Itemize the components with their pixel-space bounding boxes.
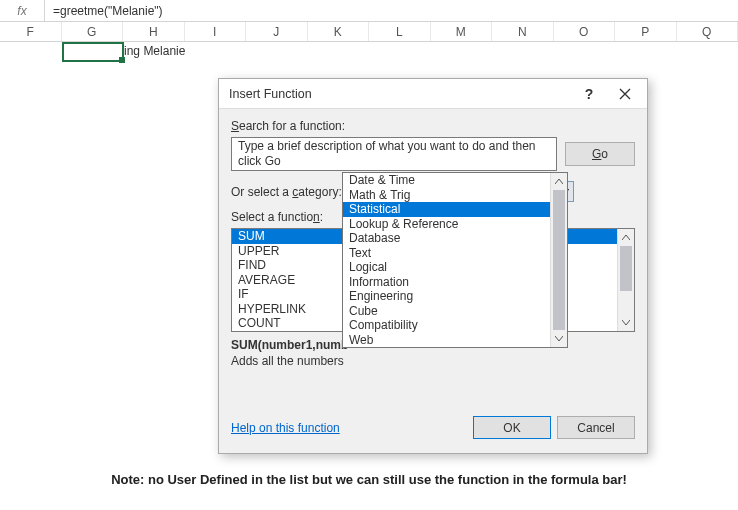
- column-headers: F G H I J K L M N O P Q: [0, 22, 738, 42]
- category-option[interactable]: Math & Trig: [343, 188, 567, 203]
- search-label: Search for a function:: [231, 119, 635, 133]
- scrollbar-track[interactable]: [551, 190, 567, 330]
- scroll-up-button[interactable]: [618, 229, 634, 246]
- scrollbar-thumb[interactable]: [620, 246, 632, 291]
- col-header[interactable]: G: [62, 22, 124, 41]
- formula-bar: fx: [0, 0, 738, 22]
- chevron-up-icon: [622, 235, 630, 241]
- col-header[interactable]: Q: [677, 22, 739, 41]
- scrollbar-thumb[interactable]: [553, 190, 565, 330]
- category-option[interactable]: Lookup & Reference: [343, 217, 567, 232]
- go-button[interactable]: Go: [565, 142, 635, 166]
- scroll-up-button[interactable]: [551, 173, 567, 190]
- dialog-title: Insert Function: [229, 87, 571, 101]
- help-link[interactable]: Help on this function: [231, 421, 467, 435]
- annotation-note: Note: no User Defined in the list but we…: [0, 472, 738, 487]
- chevron-up-icon: [555, 179, 563, 185]
- dialog-footer: Help on this function OK Cancel: [231, 416, 635, 441]
- category-option[interactable]: Engineering: [343, 289, 567, 304]
- col-header[interactable]: O: [554, 22, 616, 41]
- formula-input[interactable]: [45, 0, 738, 21]
- category-option[interactable]: Database: [343, 231, 567, 246]
- function-description: Adds all the numbers: [231, 354, 635, 368]
- col-header[interactable]: L: [369, 22, 431, 41]
- col-header[interactable]: M: [431, 22, 493, 41]
- chevron-down-icon: [622, 320, 630, 326]
- col-header[interactable]: P: [615, 22, 677, 41]
- search-input[interactable]: Type a brief description of what you wan…: [231, 137, 557, 171]
- dialog-body: Search for a function: Type a brief desc…: [219, 109, 647, 453]
- scrollbar-vertical[interactable]: [550, 173, 567, 347]
- dialog-titlebar[interactable]: Insert Function ?: [219, 79, 647, 109]
- col-header[interactable]: N: [492, 22, 554, 41]
- cell-row[interactable]: Good Morning Melanie: [0, 42, 738, 64]
- chevron-down-icon: [555, 336, 563, 342]
- scroll-down-button[interactable]: [551, 330, 567, 347]
- col-header[interactable]: F: [0, 22, 62, 41]
- help-button[interactable]: ?: [571, 80, 607, 108]
- spreadsheet-grid: F G H I J K L M N O P Q Good Morning Mel…: [0, 22, 738, 64]
- scrollbar-vertical[interactable]: [617, 229, 634, 331]
- scrollbar-track[interactable]: [618, 246, 634, 314]
- category-option[interactable]: Web: [343, 333, 567, 348]
- col-header[interactable]: I: [185, 22, 247, 41]
- category-option[interactable]: Date & Time: [343, 173, 567, 188]
- fx-label[interactable]: fx: [0, 0, 45, 21]
- close-button[interactable]: [607, 80, 643, 108]
- insert-function-dialog: Insert Function ? Search for a function:…: [218, 78, 648, 454]
- close-icon: [619, 88, 631, 100]
- category-option[interactable]: Text: [343, 246, 567, 261]
- category-label: Or select a category:: [231, 185, 342, 199]
- ok-button[interactable]: OK: [473, 416, 551, 439]
- col-header[interactable]: H: [123, 22, 185, 41]
- scroll-down-button[interactable]: [618, 314, 634, 331]
- category-dropdown[interactable]: Date & TimeMath & TrigStatisticalLookup …: [342, 172, 568, 348]
- cancel-button[interactable]: Cancel: [557, 416, 635, 439]
- fill-handle[interactable]: [119, 57, 125, 63]
- category-option[interactable]: Cube: [343, 304, 567, 319]
- category-option[interactable]: Information: [343, 275, 567, 290]
- col-header[interactable]: K: [308, 22, 370, 41]
- col-header[interactable]: J: [246, 22, 308, 41]
- category-option[interactable]: Logical: [343, 260, 567, 275]
- category-option[interactable]: Statistical: [343, 202, 567, 217]
- category-option[interactable]: Compatibility: [343, 318, 567, 333]
- selected-cell[interactable]: [62, 42, 124, 62]
